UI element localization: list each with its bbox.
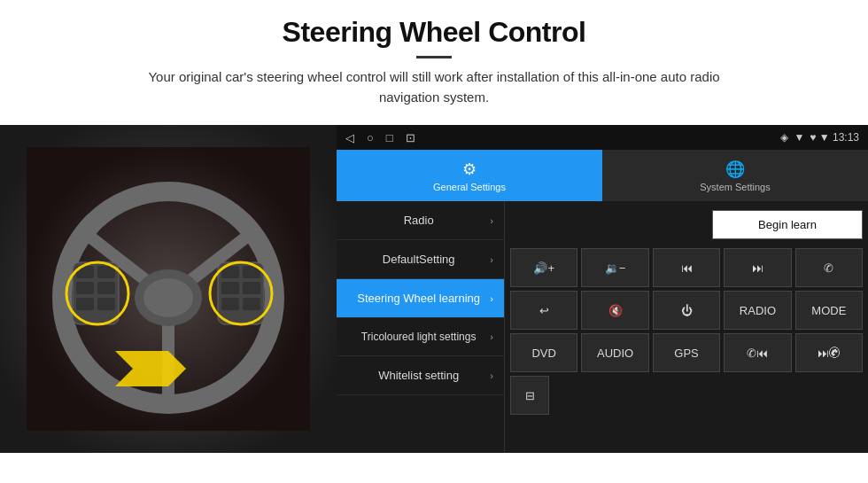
svg-rect-13 xyxy=(97,298,115,310)
title-divider xyxy=(416,56,452,58)
general-settings-icon: ⚙ xyxy=(462,160,477,179)
main-content: ◁ ○ □ ⊡ ◈ ▼ ♥ ▼ 13:13 ⚙ General Settings… xyxy=(0,125,868,453)
vol-down-button[interactable]: 🔉− xyxy=(581,248,648,287)
begin-learn-button[interactable]: Begin learn xyxy=(712,210,863,239)
status-bar: ◁ ○ □ ⊡ ◈ ▼ ♥ ▼ 13:13 xyxy=(337,125,868,150)
control-row-4: ⊟ xyxy=(510,376,863,415)
page-header: Steering Wheel Control Your original car… xyxy=(0,0,868,114)
tab-system[interactable]: 🌐 System Settings xyxy=(602,150,868,201)
svg-rect-20 xyxy=(243,298,260,310)
settings-bottom-icon: ⊟ xyxy=(525,389,535,402)
location-icon: ◈ xyxy=(780,131,788,144)
chevron-icon: › xyxy=(490,331,493,342)
begin-learn-row: Begin learn xyxy=(510,206,863,245)
chevron-icon: › xyxy=(490,293,493,304)
svg-rect-18 xyxy=(243,282,260,294)
power-icon: ⏻ xyxy=(681,304,693,317)
content-area: Radio › DefaultSetting › Steering Wheel … xyxy=(337,201,868,453)
radio-button[interactable]: RADIO xyxy=(724,291,791,330)
hang-up-button[interactable]: ↩ xyxy=(510,291,577,330)
chevron-icon: › xyxy=(490,370,493,381)
dvd-label: DVD xyxy=(531,347,555,360)
chevron-icon: › xyxy=(490,254,493,265)
svg-rect-10 xyxy=(76,282,94,294)
prev-track-button[interactable]: ⏮ xyxy=(653,248,720,287)
status-bar-left: ◁ ○ □ ⊡ xyxy=(345,131,415,144)
vol-up-icon: 🔊+ xyxy=(533,261,554,275)
page-title: Steering Wheel Control xyxy=(0,16,868,49)
phone-answer-button[interactable]: ✆ xyxy=(795,248,863,287)
svg-rect-19 xyxy=(221,298,239,310)
gps-button[interactable]: GPS xyxy=(653,333,720,372)
tab-system-label: System Settings xyxy=(700,182,770,192)
chevron-icon: › xyxy=(490,215,493,226)
menu-item-whitelist[interactable]: Whitelist setting › xyxy=(337,356,504,395)
vol-down-icon: 🔉− xyxy=(605,261,626,275)
recents-icon: □ xyxy=(386,131,393,144)
audio-label: AUDIO xyxy=(597,347,633,360)
menu-item-defaultsetting[interactable]: DefaultSetting › xyxy=(337,240,504,279)
control-row-3: DVD AUDIO GPS ✆⏮ ⏭✆ xyxy=(510,333,863,372)
steering-wheel-area xyxy=(0,125,337,453)
control-grid: 🔊+ 🔉− ⏮ ⏭ ✆ xyxy=(510,248,863,415)
tab-general-label: General Settings xyxy=(433,182,506,192)
home-icon: ○ xyxy=(367,131,374,144)
mute-button[interactable]: 🔇 xyxy=(581,291,648,330)
next-track-icon: ⏭ xyxy=(752,261,763,275)
svg-rect-12 xyxy=(76,298,94,310)
settings-bottom-button[interactable]: ⊟ xyxy=(510,376,549,415)
clock: ♥ ▼ 13:13 xyxy=(810,131,859,144)
vol-up-button[interactable]: 🔊+ xyxy=(510,248,577,287)
phone-prev-icon: ✆⏮ xyxy=(747,347,768,360)
mode-label: MODE xyxy=(811,304,846,317)
phone-answer-icon: ✆ xyxy=(824,261,833,275)
power-button[interactable]: ⏻ xyxy=(653,291,720,330)
right-panel: Begin learn 🔊+ 🔉− ⏮ xyxy=(505,201,868,453)
gps-label: GPS xyxy=(674,347,698,360)
left-menu: Radio › DefaultSetting › Steering Wheel … xyxy=(337,201,505,453)
svg-rect-17 xyxy=(221,282,239,294)
next-track-button[interactable]: ⏭ xyxy=(724,248,791,287)
control-row-1: 🔊+ 🔉− ⏮ ⏭ ✆ xyxy=(510,248,863,287)
hang-up-icon: ↩ xyxy=(539,304,549,317)
menu-item-tricoloured[interactable]: Tricoloured light settings › xyxy=(337,318,504,356)
tab-general[interactable]: ⚙ General Settings xyxy=(337,150,602,201)
menu-item-steering[interactable]: Steering Wheel learning › xyxy=(337,279,504,318)
prev-track-icon: ⏮ xyxy=(681,261,693,275)
dvd-button[interactable]: DVD xyxy=(510,333,577,372)
svg-point-6 xyxy=(143,278,193,317)
phone-next-icon: ⏭✆ xyxy=(818,347,841,360)
svg-rect-11 xyxy=(97,282,115,294)
control-row-2: ↩ 🔇 ⏻ RADIO MODE xyxy=(510,291,863,330)
head-unit: ◁ ○ □ ⊡ ◈ ▼ ♥ ▼ 13:13 ⚙ General Settings… xyxy=(337,125,868,453)
radio-label: RADIO xyxy=(740,304,776,317)
steering-wheel-svg xyxy=(27,147,310,431)
mode-button[interactable]: MODE xyxy=(795,291,863,330)
page-subtitle: Your original car's steering wheel contr… xyxy=(124,67,744,107)
wifi-icon: ▼ xyxy=(794,131,804,144)
status-bar-right: ◈ ▼ ♥ ▼ 13:13 xyxy=(780,131,859,144)
screenshot-icon: ⊡ xyxy=(406,131,415,144)
tab-bar: ⚙ General Settings 🌐 System Settings xyxy=(337,150,868,201)
back-icon: ◁ xyxy=(345,131,354,144)
mute-icon: 🔇 xyxy=(608,304,623,317)
system-settings-icon: 🌐 xyxy=(725,160,745,179)
menu-item-radio[interactable]: Radio › xyxy=(337,201,504,240)
steering-bg xyxy=(0,125,337,453)
phone-prev-button[interactable]: ✆⏮ xyxy=(724,333,791,372)
phone-next-button[interactable]: ⏭✆ xyxy=(795,333,863,372)
audio-button[interactable]: AUDIO xyxy=(581,333,648,372)
